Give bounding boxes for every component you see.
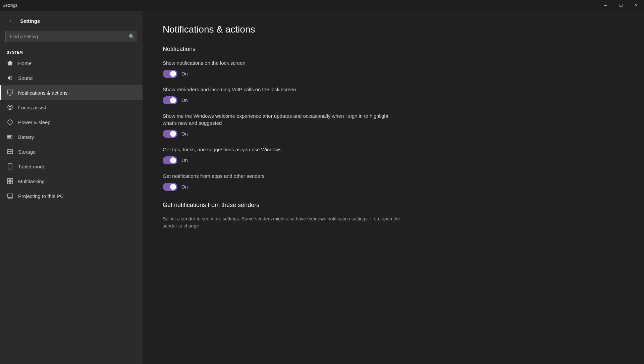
toggle-knob-2 — [170, 131, 176, 137]
senders-section-title: Get notifications from these senders — [163, 202, 624, 209]
toggle-row-0: On — [163, 70, 624, 78]
system-section-label: System — [0, 48, 143, 56]
toggle-state-4: On — [181, 184, 188, 190]
search-input[interactable] — [5, 31, 137, 42]
power-icon — [7, 119, 13, 125]
toggle-knob-3 — [170, 157, 176, 163]
sidebar-item-battery[interactable]: Battery — [0, 129, 143, 144]
back-button[interactable]: ← — [7, 16, 16, 25]
toggle-setting-app-notif: Get notifications from apps and other se… — [163, 172, 624, 191]
toggle-switch-1[interactable] — [163, 96, 177, 104]
focus-icon — [7, 104, 13, 111]
svg-rect-0 — [7, 90, 13, 94]
app-window: ← Settings 🔍 System Home Sou — [0, 11, 644, 364]
sidebar-item-multitasking[interactable]: Multitasking — [0, 174, 143, 189]
toggle-switch-0[interactable] — [163, 70, 177, 78]
toggle-row-3: On — [163, 156, 624, 164]
tablet-icon — [7, 163, 13, 170]
svg-point-1 — [8, 105, 12, 110]
svg-rect-15 — [10, 181, 13, 184]
toggle-switch-3[interactable] — [163, 156, 177, 164]
svg-point-9 — [12, 153, 12, 153]
svg-rect-12 — [7, 178, 10, 181]
sidebar-item-label-home: Home — [18, 60, 32, 66]
storage-icon — [7, 148, 13, 155]
toggle-state-3: On — [181, 158, 188, 163]
sidebar-item-projecting[interactable]: Projecting to this PC — [0, 189, 143, 203]
sidebar-item-label-multitasking: Multitasking — [18, 178, 45, 184]
toggle-state-2: On — [181, 131, 188, 137]
notifications-section-title: Notifications — [163, 46, 624, 53]
multitasking-icon — [7, 178, 13, 185]
senders-description: Select a sender to see more settings. So… — [163, 215, 414, 229]
toggle-setting-lock-screen: Show notifications on the lock screen On — [163, 59, 624, 78]
svg-point-11 — [10, 168, 10, 169]
toggle-switch-2[interactable] — [163, 130, 177, 138]
toggle-setting-tips: Get tips, tricks, and suggestions as you… — [163, 146, 624, 164]
toggle-switch-4[interactable] — [163, 183, 177, 191]
toggle-label-3: Get tips, tricks, and suggestions as you… — [163, 146, 397, 153]
toggle-knob-4 — [170, 184, 176, 190]
sound-icon — [7, 74, 13, 81]
toggle-setting-voip: Show reminders and incoming VoIP calls o… — [163, 86, 624, 104]
battery-icon — [7, 134, 13, 140]
content-area: Notifications & actions Notifications Sh… — [143, 11, 644, 364]
svg-point-8 — [12, 150, 12, 151]
search-container: 🔍 — [5, 31, 137, 42]
sidebar-item-label-focus: Focus assist — [18, 105, 46, 110]
maximize-button[interactable]: ☐ — [613, 0, 629, 11]
sidebar-item-focus-assist[interactable]: Focus assist — [0, 100, 143, 115]
toggle-label-1: Show reminders and incoming VoIP calls o… — [163, 86, 397, 93]
search-icon[interactable]: 🔍 — [129, 34, 135, 39]
svg-point-2 — [9, 106, 11, 108]
sidebar-item-home[interactable]: Home — [0, 56, 143, 70]
toggle-state-0: On — [181, 71, 188, 76]
toggle-state-1: On — [181, 98, 188, 103]
svg-rect-5 — [8, 136, 11, 138]
titlebar-controls: ─ ☐ ✕ — [598, 0, 644, 11]
sidebar-item-power-sleep[interactable]: Power & sleep — [0, 115, 143, 129]
sidebar-item-label-storage: Storage — [18, 149, 36, 155]
minimize-button[interactable]: ─ — [598, 0, 613, 11]
toggle-label-2: Show me the Windows welcome experience a… — [163, 112, 397, 126]
svg-rect-17 — [9, 194, 11, 194]
svg-rect-14 — [7, 181, 10, 184]
svg-rect-16 — [7, 194, 13, 197]
toggle-row-4: On — [163, 183, 624, 191]
notifications-icon — [7, 89, 13, 96]
project-icon — [7, 193, 13, 199]
toggle-label-4: Get notifications from apps and other se… — [163, 172, 397, 179]
toggle-knob-0 — [170, 71, 176, 77]
toggle-row-2: On — [163, 130, 624, 138]
page-title: Notifications & actions — [163, 24, 624, 35]
sidebar-item-label-tablet: Tablet mode — [18, 164, 46, 169]
sidebar-item-sound[interactable]: Sound — [0, 70, 143, 85]
sidebar: ← Settings 🔍 System Home Sou — [0, 11, 143, 364]
toggle-row-1: On — [163, 96, 624, 104]
sidebar-item-label-sound: Sound — [18, 75, 33, 81]
sidebar-item-label-battery: Battery — [18, 134, 34, 140]
app-title: Settings — [20, 18, 40, 24]
toggle-label-0: Show notifications on the lock screen — [163, 59, 397, 66]
toggle-setting-welcome: Show me the Windows welcome experience a… — [163, 112, 624, 138]
sidebar-item-label-projecting: Projecting to this PC — [18, 193, 64, 199]
sidebar-header: ← Settings — [0, 11, 143, 31]
sidebar-item-label-power: Power & sleep — [18, 119, 51, 125]
home-icon — [7, 60, 13, 66]
svg-rect-13 — [10, 178, 13, 181]
titlebar-title: Settings — [3, 3, 17, 8]
sidebar-item-storage[interactable]: Storage — [0, 144, 143, 159]
sidebar-item-tablet-mode[interactable]: Tablet mode — [0, 159, 143, 174]
titlebar: Settings ─ ☐ ✕ — [0, 0, 644, 11]
close-button[interactable]: ✕ — [629, 0, 644, 11]
sidebar-item-notifications[interactable]: Notifications & actions — [0, 85, 143, 100]
toggle-knob-1 — [170, 97, 176, 103]
sidebar-item-label-notifications: Notifications & actions — [18, 90, 68, 96]
senders-section: Get notifications from these senders Sel… — [163, 202, 624, 229]
